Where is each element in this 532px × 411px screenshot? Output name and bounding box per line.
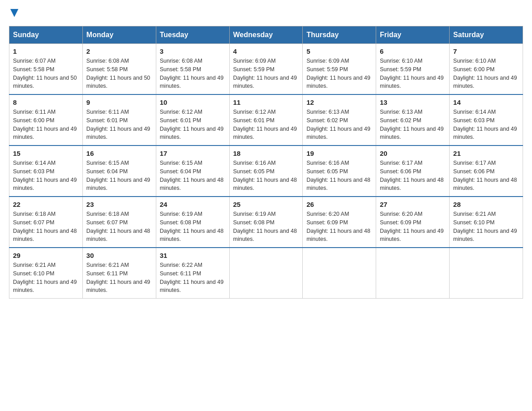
calendar-cell: 2 Sunrise: 6:08 AM Sunset: 5:58 PM Dayli… [82,44,156,95]
calendar-cell: 18 Sunrise: 6:16 AM Sunset: 6:05 PM Dayl… [229,146,303,197]
day-info: Sunrise: 6:10 AM Sunset: 6:00 PM Dayligh… [453,57,519,90]
day-info: Sunrise: 6:17 AM Sunset: 6:06 PM Dayligh… [380,159,446,193]
day-info: Sunrise: 6:20 AM Sunset: 6:09 PM Dayligh… [380,210,446,244]
day-number: 24 [160,201,226,208]
calendar-cell: 31 Sunrise: 6:22 AM Sunset: 6:11 PM Dayl… [156,248,229,299]
calendar-cell: 13 Sunrise: 6:13 AM Sunset: 6:02 PM Dayl… [376,94,450,146]
day-number: 13 [380,98,446,106]
day-info: Sunrise: 6:15 AM Sunset: 6:04 PM Dayligh… [160,159,226,193]
day-number: 5 [306,47,372,55]
day-info: Sunrise: 6:11 AM Sunset: 6:01 PM Dayligh… [86,108,152,141]
calendar-week-row: 8 Sunrise: 6:11 AM Sunset: 6:00 PM Dayli… [9,94,523,146]
day-info: Sunrise: 6:19 AM Sunset: 6:08 PM Dayligh… [233,210,299,244]
calendar-cell: 30 Sunrise: 6:21 AM Sunset: 6:11 PM Dayl… [82,248,156,299]
day-info: Sunrise: 6:14 AM Sunset: 6:03 PM Dayligh… [453,108,519,141]
day-info: Sunrise: 6:20 AM Sunset: 6:09 PM Dayligh… [306,210,372,244]
day-number: 26 [306,201,372,208]
calendar-cell: 3 Sunrise: 6:08 AM Sunset: 5:58 PM Dayli… [156,44,229,95]
calendar-cell: 14 Sunrise: 6:14 AM Sunset: 6:03 PM Dayl… [450,94,523,146]
calendar-cell: 11 Sunrise: 6:12 AM Sunset: 6:01 PM Dayl… [229,94,303,146]
day-info: Sunrise: 6:10 AM Sunset: 5:59 PM Dayligh… [380,57,446,90]
calendar-cell: 8 Sunrise: 6:11 AM Sunset: 6:00 PM Dayli… [9,94,83,146]
calendar-cell: 22 Sunrise: 6:18 AM Sunset: 6:07 PM Dayl… [9,197,83,248]
day-number: 30 [86,252,152,259]
calendar-cell: 5 Sunrise: 6:09 AM Sunset: 5:59 PM Dayli… [303,44,376,95]
calendar-cell: 25 Sunrise: 6:19 AM Sunset: 6:08 PM Dayl… [229,197,303,248]
calendar-header-row: SundayMondayTuesdayWednesdayThursdayFrid… [9,26,523,44]
day-header-thursday: Thursday [303,26,376,44]
day-number: 4 [233,47,299,55]
day-number: 3 [160,47,226,55]
day-number: 19 [306,150,372,157]
day-info: Sunrise: 6:15 AM Sunset: 6:04 PM Dayligh… [86,159,152,193]
day-number: 7 [453,47,519,55]
day-number: 9 [86,98,152,106]
calendar-cell: 7 Sunrise: 6:10 AM Sunset: 6:00 PM Dayli… [450,44,523,95]
logo [9,9,18,17]
calendar-cell: 20 Sunrise: 6:17 AM Sunset: 6:06 PM Dayl… [376,146,450,197]
day-number: 28 [453,201,519,208]
calendar-cell [229,248,303,299]
day-number: 16 [86,150,152,157]
calendar-cell: 1 Sunrise: 6:07 AM Sunset: 5:58 PM Dayli… [9,44,83,95]
calendar-week-row: 29 Sunrise: 6:21 AM Sunset: 6:10 PM Dayl… [9,248,523,299]
day-number: 21 [453,150,519,157]
day-number: 31 [160,252,226,259]
calendar-cell [376,248,450,299]
day-info: Sunrise: 6:08 AM Sunset: 5:58 PM Dayligh… [160,57,226,90]
day-info: Sunrise: 6:12 AM Sunset: 6:01 PM Dayligh… [160,108,226,141]
day-info: Sunrise: 6:19 AM Sunset: 6:08 PM Dayligh… [160,210,226,244]
day-number: 23 [86,201,152,208]
calendar-cell: 9 Sunrise: 6:11 AM Sunset: 6:01 PM Dayli… [82,94,156,146]
day-number: 17 [160,150,226,157]
day-number: 10 [160,98,226,106]
day-header-friday: Friday [376,26,450,44]
calendar-cell: 26 Sunrise: 6:20 AM Sunset: 6:09 PM Dayl… [303,197,376,248]
calendar-table: SundayMondayTuesdayWednesdayThursdayFrid… [9,26,523,299]
day-info: Sunrise: 6:16 AM Sunset: 6:05 PM Dayligh… [233,159,299,193]
day-info: Sunrise: 6:08 AM Sunset: 5:58 PM Dayligh… [86,57,152,90]
day-header-sunday: Sunday [9,26,83,44]
day-info: Sunrise: 6:13 AM Sunset: 6:02 PM Dayligh… [380,108,446,141]
calendar-week-row: 1 Sunrise: 6:07 AM Sunset: 5:58 PM Dayli… [9,44,523,95]
calendar-cell: 29 Sunrise: 6:21 AM Sunset: 6:10 PM Dayl… [9,248,83,299]
calendar-cell: 6 Sunrise: 6:10 AM Sunset: 5:59 PM Dayli… [376,44,450,95]
logo-arrow-icon [10,9,18,17]
calendar-cell: 24 Sunrise: 6:19 AM Sunset: 6:08 PM Dayl… [156,197,229,248]
day-info: Sunrise: 6:21 AM Sunset: 6:10 PM Dayligh… [453,210,519,244]
calendar-cell: 4 Sunrise: 6:09 AM Sunset: 5:59 PM Dayli… [229,44,303,95]
day-info: Sunrise: 6:18 AM Sunset: 6:07 PM Dayligh… [13,210,79,244]
day-number: 12 [306,98,372,106]
day-header-tuesday: Tuesday [156,26,229,44]
calendar-week-row: 22 Sunrise: 6:18 AM Sunset: 6:07 PM Dayl… [9,197,523,248]
calendar-cell: 10 Sunrise: 6:12 AM Sunset: 6:01 PM Dayl… [156,94,229,146]
day-info: Sunrise: 6:09 AM Sunset: 5:59 PM Dayligh… [233,57,299,90]
day-info: Sunrise: 6:12 AM Sunset: 6:01 PM Dayligh… [233,108,299,141]
svg-marker-0 [10,9,18,17]
day-header-saturday: Saturday [450,26,523,44]
day-info: Sunrise: 6:22 AM Sunset: 6:11 PM Dayligh… [160,261,226,295]
calendar-cell: 17 Sunrise: 6:15 AM Sunset: 6:04 PM Dayl… [156,146,229,197]
day-number: 18 [233,150,299,157]
day-info: Sunrise: 6:16 AM Sunset: 6:05 PM Dayligh… [306,159,372,193]
calendar-cell [303,248,376,299]
day-number: 15 [13,150,79,157]
day-number: 1 [13,47,79,55]
day-header-monday: Monday [82,26,156,44]
day-number: 14 [453,98,519,106]
day-number: 2 [86,47,152,55]
calendar-cell: 27 Sunrise: 6:20 AM Sunset: 6:09 PM Dayl… [376,197,450,248]
day-info: Sunrise: 6:07 AM Sunset: 5:58 PM Dayligh… [13,57,79,90]
page-header [9,9,523,17]
calendar-week-row: 15 Sunrise: 6:14 AM Sunset: 6:03 PM Dayl… [9,146,523,197]
day-header-wednesday: Wednesday [229,26,303,44]
day-number: 20 [380,150,446,157]
day-number: 6 [380,47,446,55]
day-info: Sunrise: 6:21 AM Sunset: 6:11 PM Dayligh… [86,261,152,295]
calendar-cell: 28 Sunrise: 6:21 AM Sunset: 6:10 PM Dayl… [450,197,523,248]
day-number: 27 [380,201,446,208]
day-number: 22 [13,201,79,208]
day-number: 11 [233,98,299,106]
day-info: Sunrise: 6:09 AM Sunset: 5:59 PM Dayligh… [306,57,372,90]
calendar-cell [450,248,523,299]
